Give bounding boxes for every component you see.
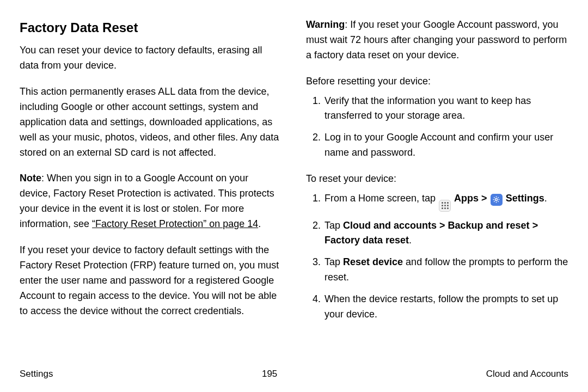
- note-body-end: .: [258, 218, 261, 229]
- reset-steps-list: From a Home screen, tap Apps > Settings.…: [306, 191, 568, 322]
- list-item: From a Home screen, tap Apps > Settings.: [323, 191, 568, 212]
- settings-label: Settings: [506, 193, 544, 204]
- footer-page-number: 195: [262, 367, 277, 381]
- paragraph: If you reset your device to factory defa…: [20, 243, 282, 318]
- paragraph: This action permanently erases ALL data …: [20, 84, 282, 160]
- settings-gear-icon: [491, 194, 503, 206]
- list-item: Tap Cloud and accounts > Backup and rese…: [323, 218, 568, 249]
- footer-right: Cloud and Accounts: [486, 367, 568, 381]
- step-text: Tap: [324, 220, 343, 231]
- chevron-right-icon: >: [530, 220, 538, 231]
- to-reset-intro: To reset your device:: [306, 171, 568, 187]
- path-segment: Cloud and accounts: [343, 220, 437, 231]
- reset-device-label: Reset device: [343, 256, 403, 267]
- apps-label: Apps: [454, 193, 479, 204]
- page-heading: Factory Data Reset: [20, 17, 282, 38]
- path-segment: Backup and reset: [448, 220, 530, 231]
- paragraph: You can reset your device to factory def…: [20, 43, 282, 74]
- path-segment: Factory data reset: [324, 235, 409, 246]
- before-intro: Before resetting your device:: [306, 74, 568, 89]
- step-end: .: [544, 193, 547, 204]
- list-item: Tap Reset device and follow the prompts …: [323, 255, 568, 285]
- chevron-right-icon: >: [437, 220, 448, 231]
- warning-paragraph: Warning: If you reset your Google Accoun…: [306, 17, 568, 63]
- before-list: Verify that the information you want to …: [306, 94, 568, 161]
- apps-icon: [439, 200, 451, 212]
- step-text: From a Home screen, tap: [324, 193, 438, 204]
- step-end: .: [409, 235, 412, 246]
- note-label: Note: [20, 173, 41, 183]
- svg-point-0: [495, 199, 498, 201]
- left-column: Factory Data Reset You can reset your de…: [20, 17, 282, 350]
- note-paragraph: Note: When you sign in to a Google Accou…: [20, 171, 282, 232]
- list-item: When the device restarts, follow the pro…: [323, 292, 568, 322]
- factory-reset-protection-link[interactable]: “Factory Reset Protection” on page 14: [92, 218, 258, 229]
- list-item: Verify that the information you want to …: [323, 94, 568, 124]
- footer-left: Settings: [20, 367, 53, 381]
- step-text: Tap: [324, 256, 343, 267]
- warning-body: : If you reset your Google Account passw…: [306, 19, 567, 60]
- page-footer: Settings 195 Cloud and Accounts: [20, 350, 568, 381]
- right-column: Warning: If you reset your Google Accoun…: [306, 17, 568, 350]
- list-item: Log in to your Google Account and confir…: [323, 130, 568, 161]
- warning-label: Warning: [306, 19, 345, 30]
- chevron-right-icon: >: [481, 193, 490, 204]
